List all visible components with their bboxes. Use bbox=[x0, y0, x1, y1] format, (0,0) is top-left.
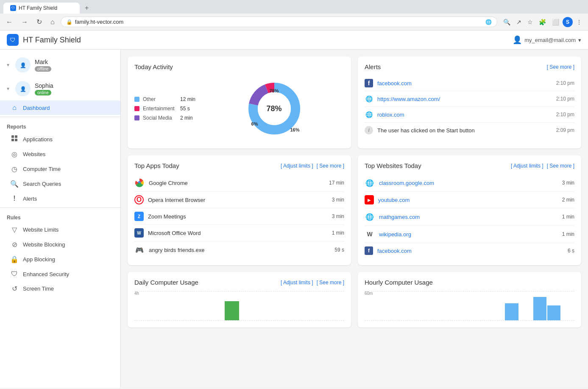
pct-entertainment: 6% bbox=[251, 121, 258, 126]
website-name-1[interactable]: youtube.com bbox=[378, 197, 558, 203]
address-bar[interactable]: 🔒 🌐 bbox=[61, 17, 497, 27]
sidebar-item-label-alerts: Alerts bbox=[23, 196, 37, 202]
sidebar-item-app-blocking[interactable]: 🔒 App Blocking bbox=[0, 252, 120, 267]
top-websites-title: Top Websites Today bbox=[365, 162, 421, 169]
sidebar-item-websites[interactable]: ◎ Websites bbox=[0, 147, 120, 162]
website-name-2[interactable]: mathgames.com bbox=[379, 214, 558, 220]
sidebar-item-alerts[interactable]: ! Alerts bbox=[0, 191, 120, 206]
forward-button[interactable]: → bbox=[19, 17, 31, 28]
active-tab[interactable]: 🛡 HT Family Shield bbox=[3, 3, 80, 14]
website-name-0[interactable]: classroom.google.com bbox=[379, 180, 558, 186]
tab-bar: 🛡 HT Family Shield + bbox=[3, 3, 585, 14]
dashboard-icon: ⌂ bbox=[10, 104, 19, 112]
profile-icon[interactable]: S bbox=[563, 17, 573, 27]
sidebar-item-screen-time[interactable]: ↺ Screen Time bbox=[0, 281, 120, 296]
sidebar-divider-1 bbox=[0, 117, 120, 117]
top-websites-adjust-link[interactable]: [ Adjust limits ] bbox=[511, 163, 543, 169]
dropdown-icon: ▾ bbox=[578, 37, 581, 43]
app-time-0: 17 min bbox=[329, 180, 344, 186]
legend-dot-other bbox=[134, 97, 139, 102]
alert-item-1: 🌐 https://www.amazon.com/ 2:10 pm bbox=[365, 91, 574, 107]
top-apps-see-more-link[interactable]: [ See more ] bbox=[317, 163, 344, 169]
app-name-3: Microsoft Office Word bbox=[148, 230, 328, 236]
donut-center-label: 78% bbox=[267, 104, 282, 113]
url-input[interactable] bbox=[75, 19, 483, 25]
website-item-0: 🌐 classroom.google.com 3 min bbox=[365, 174, 574, 192]
zoom-icon: Z bbox=[134, 212, 144, 221]
home-button[interactable]: ⌂ bbox=[48, 17, 57, 28]
sidebar-item-label-applications: Applications bbox=[23, 136, 53, 143]
sophia-name: Sophia bbox=[35, 82, 53, 89]
daily-usage-adjust-link[interactable]: [ Adjust limits ] bbox=[281, 280, 313, 285]
svg-text:👤: 👤 bbox=[20, 62, 26, 68]
sidebar-item-website-blocking[interactable]: ⊘ Website Blocking bbox=[0, 237, 120, 252]
user-menu[interactable]: 👤 my_email@mail.com ▾ bbox=[513, 35, 581, 45]
sidebar-item-enhanced-security[interactable]: 🛡 Enhanced Security bbox=[0, 267, 120, 281]
split-view-icon-btn[interactable]: ⬜ bbox=[549, 17, 562, 27]
classroom-icon: 🌐 bbox=[365, 178, 375, 188]
alert-text-2[interactable]: roblox.com bbox=[377, 112, 552, 118]
website-name-3[interactable]: wikipedia.org bbox=[379, 231, 558, 238]
alerts-title: Alerts bbox=[365, 63, 381, 70]
sidebar-user-mark[interactable]: ▾ 👤 Mark offline bbox=[0, 53, 120, 77]
alert-item-2: 🌐 roblox.com 2:10 pm bbox=[365, 107, 574, 123]
alert-item-3: i The user has clicked on the Start butt… bbox=[365, 123, 574, 138]
search-icon-btn[interactable]: 🔍 bbox=[501, 17, 513, 27]
hourly-usage-title: Hourly Computer Usage bbox=[365, 279, 433, 286]
alert-globe-icon-1: 🌐 bbox=[365, 95, 373, 103]
daily-usage-see-more-link[interactable]: [ See more ] bbox=[317, 280, 344, 285]
daily-computer-usage-card: Daily Computer Usage [ Adjust limits ] [… bbox=[128, 272, 351, 327]
app-item-3: W Microsoft Office Word 1 min bbox=[134, 225, 344, 241]
sidebar-item-computer-time[interactable]: ◷ Computer Time bbox=[0, 162, 120, 176]
legend-value-social: 2 min bbox=[180, 115, 192, 121]
app-time-4: 59 s bbox=[334, 247, 344, 253]
alert-text-1[interactable]: https://www.amazon.com/ bbox=[377, 96, 552, 102]
legend-dot-social bbox=[134, 115, 139, 120]
toolbar-icons: 🔍 ↗ ☆ 🧩 ⬜ S ⋮ bbox=[501, 17, 585, 27]
top-websites-header: Top Websites Today [ Adjust limits ] [ S… bbox=[365, 162, 574, 169]
svg-rect-7 bbox=[15, 139, 17, 141]
sidebar-user-sophia[interactable]: ▾ 👤 Sophia online bbox=[0, 77, 120, 101]
extensions-icon-btn[interactable]: 🧩 bbox=[536, 17, 549, 27]
today-activity-chart-area: Other 12 min Entertainment 55 s Social M… bbox=[134, 76, 344, 142]
sidebar-item-applications[interactable]: Applications bbox=[0, 132, 120, 147]
sidebar-item-label-search-queries: Search Queries bbox=[23, 181, 61, 187]
website-name-4[interactable]: facebook.com bbox=[377, 248, 563, 254]
svg-rect-4 bbox=[11, 135, 14, 138]
today-activity-card: Today Activity Other 12 min Entertainmen… bbox=[128, 56, 351, 148]
legend-item-social: Social Media 2 min bbox=[134, 115, 195, 121]
menu-icon-btn[interactable]: ⋮ bbox=[574, 17, 585, 27]
top-websites-see-more-link[interactable]: [ See more ] bbox=[547, 163, 574, 169]
top-apps-adjust-link[interactable]: [ Adjust limits ] bbox=[281, 163, 313, 169]
alert-text-0[interactable]: facebook.com bbox=[377, 80, 552, 87]
website-time-4: 6 s bbox=[568, 248, 574, 254]
back-button[interactable]: ← bbox=[3, 17, 15, 28]
user-email: my_email@mail.com bbox=[524, 37, 576, 43]
share-icon-btn[interactable]: ↗ bbox=[514, 17, 524, 27]
daily-y-label: 4h bbox=[134, 291, 139, 296]
sidebar-item-website-limits[interactable]: ▽ Website Limits bbox=[0, 222, 120, 237]
sidebar-item-dashboard[interactable]: ⌂ Dashboard bbox=[0, 101, 120, 115]
alerts-see-more-link[interactable]: [ See more ] bbox=[547, 64, 574, 70]
website-item-1: ▶ youtube.com 2 min bbox=[365, 192, 574, 208]
hourly-y-label: 60m bbox=[365, 291, 373, 296]
top-websites-card: Top Websites Today [ Adjust limits ] [ S… bbox=[358, 155, 581, 265]
youtube-icon: ▶ bbox=[365, 195, 374, 204]
legend-label-entertainment: Entertainment bbox=[143, 106, 177, 112]
today-activity-title: Today Activity bbox=[134, 63, 173, 70]
browser-toolbar: ← → ↻ ⌂ 🔒 🌐 🔍 ↗ ☆ 🧩 ⬜ S ⋮ bbox=[0, 14, 588, 31]
mark-status-badge: offline bbox=[35, 66, 51, 72]
reports-section-label: Reports bbox=[0, 119, 120, 132]
new-tab-button[interactable]: + bbox=[81, 3, 92, 14]
app-item-0: Google Chrome 17 min bbox=[134, 174, 344, 192]
sidebar-item-search-queries[interactable]: 🔍 Search Queries bbox=[0, 176, 120, 191]
bookmark-icon-btn[interactable]: ☆ bbox=[525, 17, 535, 27]
mathgames-icon: 🌐 bbox=[365, 212, 375, 222]
app-item-4: 🎮 angry birds friends.exe 59 s bbox=[134, 241, 344, 258]
alerts-list: f facebook.com 2:10 pm 🌐 https://www.ama… bbox=[365, 76, 574, 138]
browser-chrome: 🛡 HT Family Shield + bbox=[0, 0, 588, 14]
refresh-button[interactable]: ↻ bbox=[34, 16, 45, 28]
legend-label-other: Other bbox=[143, 96, 177, 102]
app-blocking-icon: 🔒 bbox=[10, 255, 19, 263]
tab-favicon: 🛡 bbox=[10, 5, 16, 11]
